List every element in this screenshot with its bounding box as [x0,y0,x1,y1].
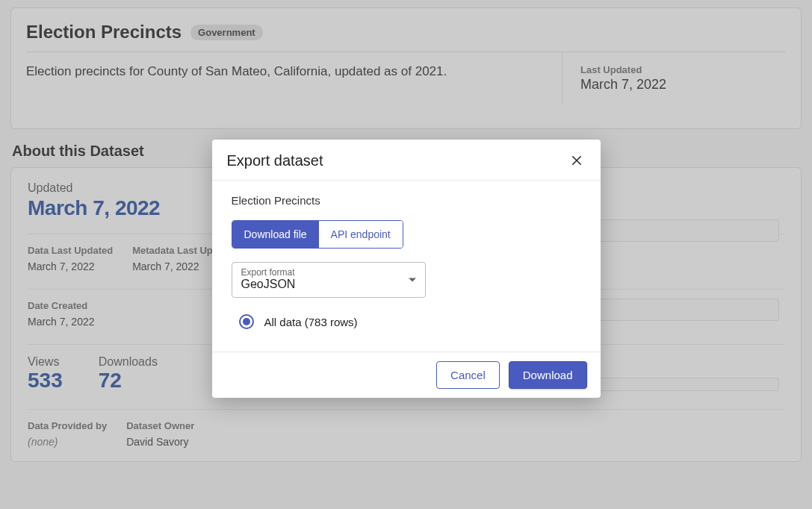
tab-api-endpoint[interactable]: API endpoint [319,221,403,248]
all-data-label: All data (783 rows) [264,316,358,328]
all-data-radio[interactable] [239,314,254,329]
export-format-label: Export format [241,267,416,278]
export-dataset-modal: Export dataset Election Precincts Downlo… [212,140,601,398]
close-icon [570,154,583,167]
download-button[interactable]: Download [509,361,587,389]
export-mode-tabs: Download file API endpoint [232,220,403,249]
export-format-select[interactable]: Export format GeoJSON [232,262,426,298]
modal-dataset-name: Election Precincts [232,194,581,207]
close-button[interactable] [568,152,586,169]
modal-title: Export dataset [227,152,323,169]
modal-overlay: Export dataset Election Precincts Downlo… [0,0,812,509]
radio-dot-icon [243,318,250,325]
chevron-down-icon [409,278,416,282]
all-data-radio-row[interactable]: All data (783 rows) [232,314,581,329]
export-format-value: GeoJSON [241,278,416,291]
cancel-button[interactable]: Cancel [436,361,500,389]
tab-download-file[interactable]: Download file [232,221,319,248]
